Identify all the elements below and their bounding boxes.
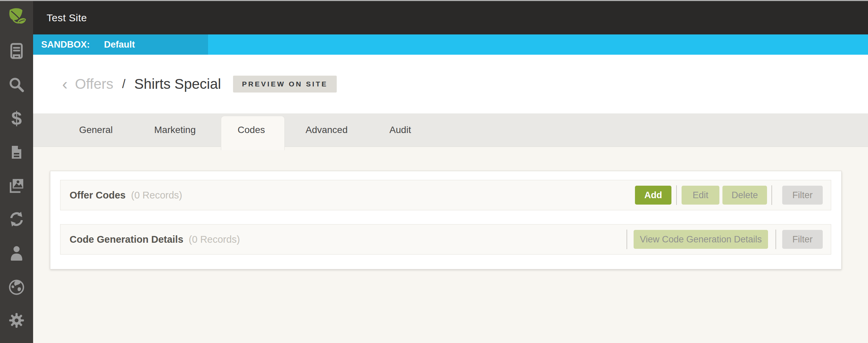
- delete-button[interactable]: Delete: [722, 186, 767, 205]
- sidebar-item-sync[interactable]: [0, 202, 33, 236]
- breadcrumb-parent-offers[interactable]: Offers: [75, 76, 113, 92]
- sidebar-item-orders[interactable]: [0, 34, 33, 68]
- search-icon: [8, 76, 25, 93]
- sidebar-item-billing[interactable]: $: [0, 102, 33, 135]
- sidebar-item-users[interactable]: [0, 236, 33, 270]
- orders-icon: [8, 43, 25, 59]
- media-icon: [8, 177, 25, 194]
- tab-general[interactable]: General: [79, 113, 113, 147]
- preview-on-site-button[interactable]: PREVIEW ON SITE: [233, 76, 336, 93]
- tab-marketing[interactable]: Marketing: [154, 113, 196, 147]
- sidebar-item-documents[interactable]: [0, 135, 33, 169]
- sync-icon: [8, 211, 25, 228]
- code-generation-panel: Code Generation Details (0 Records) View…: [60, 224, 831, 255]
- settings-icon: [8, 312, 25, 329]
- offer-codes-buttons: Add Edit Delete Filter: [635, 185, 823, 205]
- button-divider: [771, 185, 772, 205]
- tab-advanced[interactable]: Advanced: [306, 113, 348, 147]
- edit-button[interactable]: Edit: [682, 186, 719, 205]
- sandbox-label: SANDBOX:: [41, 39, 90, 50]
- content-area: Offer Codes (0 Records) Add Edit Delete …: [33, 147, 868, 343]
- code-generation-record-count: (0 Records): [189, 234, 240, 245]
- sidebar-item-media[interactable]: [0, 168, 33, 202]
- sidebar-logo[interactable]: [0, 1, 33, 35]
- breadcrumb: ‹ Offers / Shirts Special PREVIEW ON SIT…: [33, 55, 868, 113]
- leaf-logo-icon: [5, 6, 28, 30]
- sidebar: $: [0, 1, 33, 343]
- offer-codes-title: Offer Codes: [70, 190, 126, 201]
- back-chevron-icon[interactable]: ‹: [62, 76, 68, 92]
- add-button[interactable]: Add: [635, 186, 671, 205]
- tab-audit[interactable]: Audit: [389, 113, 411, 147]
- top-bar: Test Site: [33, 1, 868, 34]
- billing-icon: $: [11, 109, 22, 128]
- breadcrumb-separator: /: [122, 77, 126, 91]
- site-title: Test Site: [33, 12, 87, 24]
- sandbox-bar: SANDBOX: Default: [33, 34, 868, 55]
- tab-bar: General Marketing Codes Advanced Audit: [33, 113, 868, 147]
- offer-codes-record-count: (0 Records): [131, 190, 182, 201]
- offer-codes-filter-button[interactable]: Filter: [782, 186, 823, 205]
- codes-card: Offer Codes (0 Records) Add Edit Delete …: [50, 171, 842, 269]
- globe-icon: [8, 279, 25, 296]
- button-divider: [627, 230, 627, 249]
- users-icon: [8, 245, 25, 261]
- sidebar-item-settings[interactable]: [0, 304, 33, 337]
- sidebar-item-search[interactable]: [0, 68, 33, 102]
- code-generation-title: Code Generation Details: [70, 234, 183, 245]
- view-code-generation-details-button[interactable]: View Code Generation Details: [634, 230, 768, 249]
- offer-codes-panel: Offer Codes (0 Records) Add Edit Delete …: [60, 180, 831, 210]
- sandbox-bar-fill: [208, 34, 868, 55]
- button-divider: [676, 185, 677, 205]
- code-generation-filter-button[interactable]: Filter: [782, 230, 823, 249]
- documents-icon: [8, 144, 25, 160]
- page-title: Shirts Special: [134, 76, 221, 92]
- button-divider: [775, 230, 776, 249]
- app-window: $: [0, 0, 868, 343]
- code-generation-buttons: View Code Generation Details Filter: [627, 230, 823, 249]
- tab-codes[interactable]: Codes: [238, 113, 265, 147]
- sandbox-environment: Default: [104, 39, 135, 50]
- sidebar-item-web[interactable]: [0, 270, 33, 304]
- sandbox-bar-label-section: SANDBOX: Default: [33, 34, 208, 55]
